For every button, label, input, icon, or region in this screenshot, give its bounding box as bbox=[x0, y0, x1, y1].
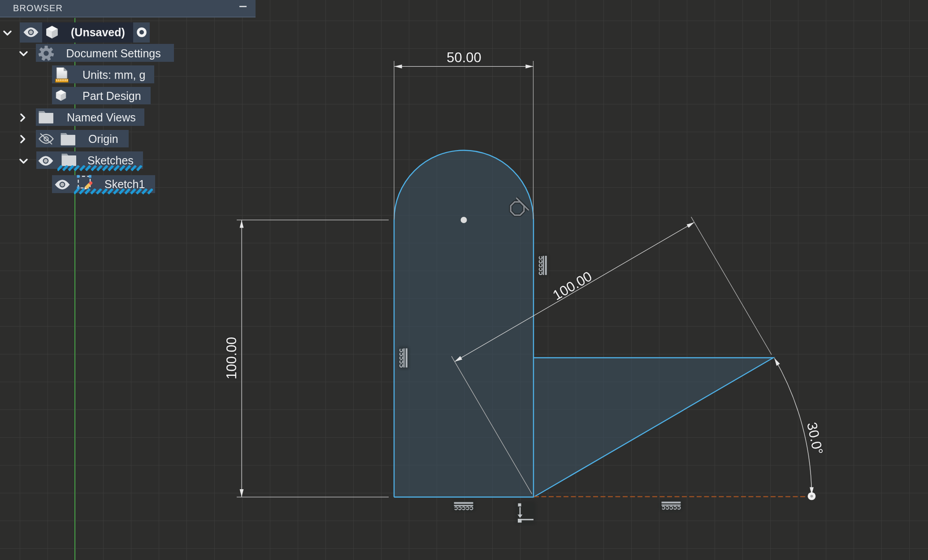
svg-text:50.00: 50.00 bbox=[447, 50, 481, 65]
svg-text:100.00: 100.00 bbox=[224, 337, 239, 379]
svg-text:30.0°: 30.0° bbox=[804, 421, 826, 456]
svg-text:100.00: 100.00 bbox=[550, 268, 595, 303]
